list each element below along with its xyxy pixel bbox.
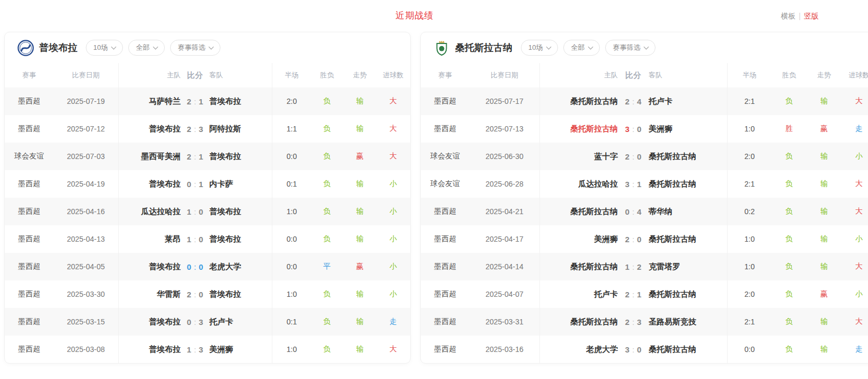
halftime-cell: 1:0 — [727, 115, 772, 143]
result-cell: 负 — [772, 336, 807, 363]
scope-dropdown[interactable]: 全部 — [563, 40, 600, 56]
home-team-cell: 桑托斯拉古纳 — [539, 308, 618, 336]
halftime-cell: 0:0 — [272, 143, 311, 170]
result-cell: 负 — [311, 198, 343, 225]
layout-toggle: 横板|竖版 — [781, 0, 819, 32]
col-header-score: 比分 — [618, 63, 649, 87]
date-cell: 2025-03-30 — [54, 280, 118, 308]
match-rows: 墨西超 2025-07-17 桑托斯拉古纳 2:4 托卢卡 2:1 负 输 大 … — [421, 87, 868, 363]
halftime-cell: 0:1 — [272, 170, 311, 198]
table-row[interactable]: 墨西超 2025-07-12 普埃布拉 2:3 阿特拉斯 1:1 负 输 大 — [5, 115, 410, 143]
away-team-cell: 桑托斯拉古纳 — [649, 170, 727, 198]
table-row[interactable]: 墨西超 2025-07-17 桑托斯拉古纳 2:4 托卢卡 2:1 负 输 大 — [421, 87, 868, 115]
score-colon: : — [194, 207, 196, 216]
col-header-halftime: 半场 — [272, 63, 311, 87]
league-cell: 墨西超 — [421, 87, 470, 115]
table-row[interactable]: 墨西超 2025-03-30 华雷斯 2:0 普埃布拉 1:0 负 输 小 — [5, 280, 410, 308]
col-header-date: 比赛日期 — [54, 63, 118, 87]
table-row[interactable]: 墨西超 2025-07-19 马萨特兰 2:1 普埃布拉 2:0 负 输 大 — [5, 87, 410, 115]
date-cell: 2025-07-19 — [54, 87, 118, 115]
table-header-row: 赛事 比赛日期 主队 比分 客队 半场 胜负 走势 进球数 — [421, 63, 868, 87]
away-team-cell: 普埃布拉 — [209, 280, 272, 308]
table-row[interactable]: 墨西超 2025-04-19 普埃布拉 0:1 内卡萨 0:1 负 输 小 — [5, 170, 410, 198]
score-cell: 2:3 — [181, 115, 209, 143]
home-team-cell: 瓜达拉哈拉 — [539, 170, 618, 198]
halftime-cell: 2:1 — [727, 308, 772, 336]
score-cell: 2:0 — [618, 143, 649, 170]
away-team-cell: 桑托斯拉古纳 — [649, 280, 727, 308]
table-row[interactable]: 球会友谊 2025-06-28 瓜达拉哈拉 3:1 桑托斯拉古纳 2:1 负 输… — [421, 170, 868, 198]
league-cell: 墨西超 — [5, 170, 54, 198]
goals-cell: 小 — [842, 143, 868, 170]
chevron-down-icon — [644, 44, 649, 49]
layout-horizontal-link[interactable]: 横板 — [781, 12, 795, 20]
col-header-result: 胜负 — [772, 63, 807, 87]
away-team-cell: 内卡萨 — [209, 170, 272, 198]
score-cell: 0:4 — [618, 198, 649, 225]
trend-cell: 输 — [343, 170, 377, 198]
match-rows: 墨西超 2025-07-19 马萨特兰 2:1 普埃布拉 2:0 负 输 大 墨… — [5, 87, 410, 363]
home-team-cell: 老虎大学 — [539, 336, 618, 363]
table-row[interactable]: 墨西超 2025-03-31 桑托斯拉古纳 2:3 圣路易斯竞技 2:1 负 输… — [421, 308, 868, 336]
away-team-cell: 普埃布拉 — [209, 198, 272, 225]
result-cell: 负 — [311, 170, 343, 198]
chevron-down-icon — [209, 44, 214, 49]
score-colon: : — [194, 262, 196, 271]
result-cell: 负 — [772, 87, 807, 115]
result-cell: 负 — [772, 170, 807, 198]
score-cell: 2:1 — [181, 143, 209, 170]
col-header-league: 赛事 — [5, 63, 54, 87]
score-colon: : — [194, 318, 196, 327]
away-team-cell: 美洲狮 — [209, 336, 272, 363]
trend-cell: 输 — [343, 198, 377, 225]
home-team-cell: 桑托斯拉古纳 — [539, 198, 618, 225]
event-filter-dropdown[interactable]: 赛事筛选 — [170, 40, 220, 56]
score-cell: 0:1 — [181, 170, 209, 198]
goals-cell: 走 — [377, 308, 410, 336]
layout-vertical-link[interactable]: 竖版 — [804, 12, 819, 20]
table-row[interactable]: 墨西超 2025-04-17 美洲狮 2:0 桑托斯拉古纳 1:0 负 输 小 — [421, 225, 868, 253]
panel-puebla: 普埃布拉 10场 全部 赛事筛选 赛事 比赛日期 主队 比分 客队 半场 胜负 … — [4, 32, 411, 364]
away-team-cell: 托卢卡 — [649, 87, 727, 115]
score-colon: : — [194, 152, 196, 161]
table-row[interactable]: 墨西超 2025-03-08 普埃布拉 1:3 美洲狮 1:0 负 输 大 — [5, 336, 410, 363]
event-filter-dropdown[interactable]: 赛事筛选 — [605, 40, 656, 56]
table-row[interactable]: 球会友谊 2025-06-30 蓝十字 2:0 桑托斯拉古纳 2:0 负 输 小 — [421, 143, 868, 170]
table-row[interactable]: 墨西超 2025-04-05 普埃布拉 0:0 老虎大学 0:0 平 赢 小 — [5, 253, 410, 280]
result-cell: 负 — [311, 143, 343, 170]
table-row[interactable]: 墨西超 2025-07-13 桑托斯拉古纳 3:0 美洲狮 1:0 胜 赢 走 — [421, 115, 868, 143]
goals-cell: 大 — [842, 253, 868, 280]
away-team-cell: 蒂华纳 — [649, 198, 727, 225]
panel-header: 普埃布拉 10场 全部 赛事筛选 — [5, 32, 410, 63]
date-cell: 2025-07-17 — [470, 87, 539, 115]
scope-dropdown[interactable]: 全部 — [128, 40, 165, 56]
match-count-dropdown[interactable]: 10场 — [86, 40, 123, 56]
result-cell: 负 — [311, 280, 343, 308]
top-bar: 近期战绩 横板|竖版 — [0, 0, 868, 32]
away-team-cell: 老虎大学 — [209, 253, 272, 280]
match-count-dropdown[interactable]: 10场 — [521, 40, 558, 56]
league-cell: 墨西超 — [5, 225, 54, 253]
halftime-cell: 2:0 — [727, 143, 772, 170]
date-cell: 2025-04-13 — [54, 225, 118, 253]
home-team-cell: 普埃布拉 — [118, 253, 181, 280]
result-cell: 负 — [772, 143, 807, 170]
table-row[interactable]: 墨西超 2025-03-15 普埃布拉 0:3 托卢卡 0:1 负 输 走 — [5, 308, 410, 336]
trend-cell: 输 — [807, 170, 842, 198]
trend-cell: 输 — [343, 115, 377, 143]
table-row[interactable]: 球会友谊 2025-07-03 墨西哥美洲 2:1 普埃布拉 0:0 负 赢 大 — [5, 143, 410, 170]
col-header-home: 主队 — [118, 63, 181, 87]
table-row[interactable]: 墨西超 2025-03-16 老虎大学 3:0 桑托斯拉古纳 0:0 负 输 走 — [421, 336, 868, 363]
trend-cell: 赢 — [807, 115, 842, 143]
table-row[interactable]: 墨西超 2025-04-14 桑托斯拉古纳 1:2 克雷塔罗 1:0 负 输 大 — [421, 253, 868, 280]
table-row[interactable]: 墨西超 2025-04-16 瓜达拉哈拉 1:0 普埃布拉 1:0 负 输 小 — [5, 198, 410, 225]
table-row[interactable]: 墨西超 2025-04-21 桑托斯拉古纳 0:4 蒂华纳 0:2 负 输 大 — [421, 198, 868, 225]
table-row[interactable]: 墨西超 2025-04-07 托卢卡 2:1 桑托斯拉古纳 2:0 负 赢 小 — [421, 280, 868, 308]
result-cell: 负 — [772, 280, 807, 308]
table-row[interactable]: 墨西超 2025-04-13 莱昂 1:0 普埃布拉 0:0 负 输 小 — [5, 225, 410, 253]
score-cell: 3:1 — [618, 170, 649, 198]
goals-cell: 小 — [377, 198, 410, 225]
away-team-cell: 桑托斯拉古纳 — [649, 143, 727, 170]
recent-results-panels: 普埃布拉 10场 全部 赛事筛选 赛事 比赛日期 主队 比分 客队 半场 胜负 … — [0, 32, 868, 366]
score-colon: : — [194, 180, 196, 189]
